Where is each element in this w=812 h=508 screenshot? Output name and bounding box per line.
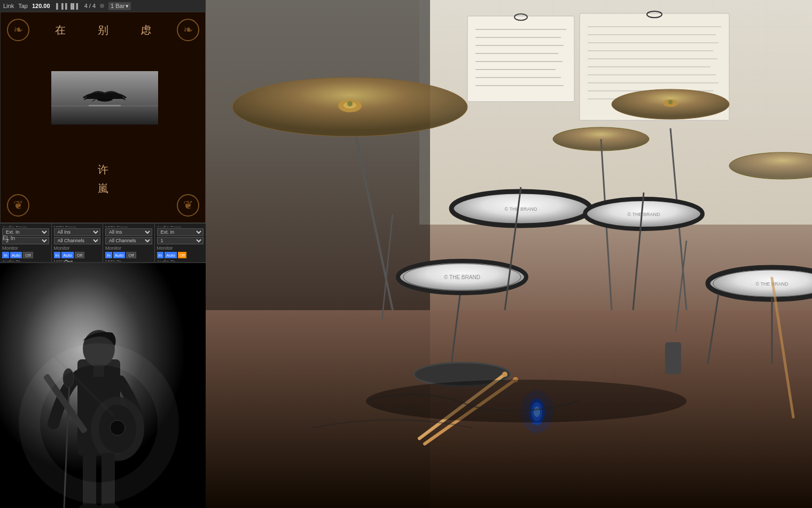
chevron-down-icon: ▾ (126, 3, 129, 10)
svg-point-120 (366, 380, 686, 422)
corner-decoration-bl: ❦ (3, 190, 33, 220)
strip2-source-select[interactable]: All Ins (54, 228, 101, 236)
strip3-monitor-row: Monitor (105, 245, 152, 251)
strip1-buttons: In Auto Off (2, 252, 49, 258)
strip4-source-select[interactable]: Ext. In (157, 228, 204, 236)
toolbar: Link Tap 120.00 ▐ ▐▐ ▐▌▌ 4 / 4 1 Bar ▾ (0, 0, 206, 12)
singer-photo-panel (0, 263, 206, 508)
char-2: 别 (98, 23, 108, 37)
strip3-auto-button[interactable]: Auto (113, 252, 125, 258)
svg-text:© THE BRAND: © THE BRAND (505, 206, 537, 212)
strip4-audio-to-label: Audio To (157, 259, 204, 261)
strip3-midi-to-label: MIDI To (105, 259, 152, 261)
strip1-source-select[interactable]: Ext. In (2, 228, 49, 236)
transport-controls: ▐ ▐▐ ▐▌▌ (54, 3, 80, 9)
strip3-monitor-label: Monitor (105, 245, 121, 251)
mixer-strip-2: MIDI From All Ins All Channels Monitor I… (52, 224, 104, 263)
bird-silhouette-svg (51, 71, 158, 125)
strip4-auto-button[interactable]: Auto (165, 252, 176, 258)
mixer-strip-1: Audio From Ext. In 2 Monitor In Auto Off… (0, 224, 52, 263)
strip3-in-button[interactable]: In (105, 252, 112, 258)
album-title-chars: 在 别 虑 (1, 23, 205, 37)
tap-button[interactable]: Tap (18, 3, 28, 9)
svg-text:❦: ❦ (183, 198, 193, 212)
el-in-label: EL In (3, 235, 15, 241)
strip3-off-button[interactable]: Off (126, 252, 136, 258)
strip2-in-button[interactable]: In (54, 252, 61, 258)
tempo-display[interactable]: 120.00 (32, 3, 50, 9)
mixer-area: Audio From Ext. In 2 Monitor In Auto Off… (0, 223, 206, 263)
strip1-in-button[interactable]: In (2, 252, 9, 258)
strip1-audio-from-label: Audio From (2, 225, 49, 227)
drum-kit-panel: © THE BRAND © THE BRAND © THE BRAND © TH… (206, 0, 812, 508)
svg-point-111 (502, 372, 508, 377)
time-signature: 4 / 4 (84, 3, 96, 9)
corner-decoration-br: ❦ (173, 190, 202, 220)
strip4-channel-select[interactable]: 1 (157, 237, 204, 244)
transport-icon: ▐ ▐▐ ▐▌▌ (54, 3, 80, 9)
char-5: 嵐 (98, 181, 108, 196)
album-panel: ❧ ❧ ❦ ❦ 在 别 虑 (0, 12, 206, 223)
bar-label-text: 1 Bar (111, 3, 124, 9)
mixer-strip-4: Audio From Ext. In 1 Monitor In Auto Off… (155, 224, 206, 263)
strip3-midi-from-label: MIDI From (105, 225, 152, 227)
strip1-off-button[interactable]: Off (23, 252, 33, 258)
mixer-strip-3: MIDI From All Ins All Channels Monitor I… (103, 224, 155, 263)
drum-kit-image: © THE BRAND © THE BRAND © THE BRAND © TH… (206, 0, 812, 508)
strip3-buttons: In Auto Off (105, 252, 152, 258)
strip1-monitor-label: Monitor (2, 245, 18, 251)
strip4-off-button[interactable]: Off (178, 252, 187, 258)
svg-point-76 (347, 101, 353, 106)
svg-text:❦: ❦ (13, 198, 23, 212)
svg-rect-47 (467, 16, 574, 102)
drum-kit-svg: © THE BRAND © THE BRAND © THE BRAND © TH… (206, 0, 812, 508)
strip2-buttons: In Auto Off (54, 252, 101, 258)
strip4-buttons: In Auto Off (157, 252, 204, 258)
strip1-audio-to-label: Audio To (2, 259, 49, 261)
svg-text:© THE BRAND: © THE BRAND (444, 274, 480, 280)
svg-rect-17 (93, 366, 104, 377)
strip2-monitor-label: Monitor (54, 245, 70, 251)
album-art-image (51, 71, 158, 125)
svg-point-20 (110, 420, 125, 435)
strip1-auto-button[interactable]: Auto (10, 252, 22, 258)
strip2-channel-select[interactable]: All Channels (54, 237, 101, 244)
char-4: 许 (98, 163, 108, 177)
char-1: 在 (55, 23, 66, 37)
status-dot (100, 4, 104, 8)
album-artist-chars: 许 嵐 (98, 163, 108, 196)
el-in-text: EL In (3, 235, 15, 241)
strip2-auto-button[interactable]: Auto (61, 252, 73, 258)
strip2-midi-to-label: MIDI To (54, 259, 101, 261)
strip3-channel-select[interactable]: All Channels (105, 237, 152, 244)
svg-rect-9 (51, 106, 158, 125)
strip2-off-button[interactable]: Off (75, 252, 85, 258)
svg-text:© THE BRAND: © THE BRAND (628, 212, 660, 217)
singer-photo-image (0, 263, 206, 508)
album-art (51, 71, 158, 125)
strip4-monitor-row: Monitor (157, 245, 204, 251)
strip1-monitor-row: Monitor (2, 245, 49, 251)
strip3-source-select[interactable]: All Ins (105, 228, 152, 236)
strip2-midi-from-label: MIDI From (54, 225, 101, 227)
svg-rect-106 (665, 342, 681, 374)
svg-rect-13 (89, 105, 121, 106)
strip4-monitor-label: Monitor (157, 245, 173, 251)
strip2-monitor-row: Monitor (54, 245, 101, 251)
strip4-in-button[interactable]: In (157, 252, 164, 258)
svg-point-81 (668, 100, 673, 104)
link-button[interactable]: Link (3, 3, 14, 9)
char-3: 虑 (140, 23, 151, 37)
strip4-audio-from-label: Audio From (157, 225, 204, 227)
bar-selector[interactable]: 1 Bar ▾ (108, 2, 131, 10)
singer-silhouette-svg (0, 263, 206, 508)
